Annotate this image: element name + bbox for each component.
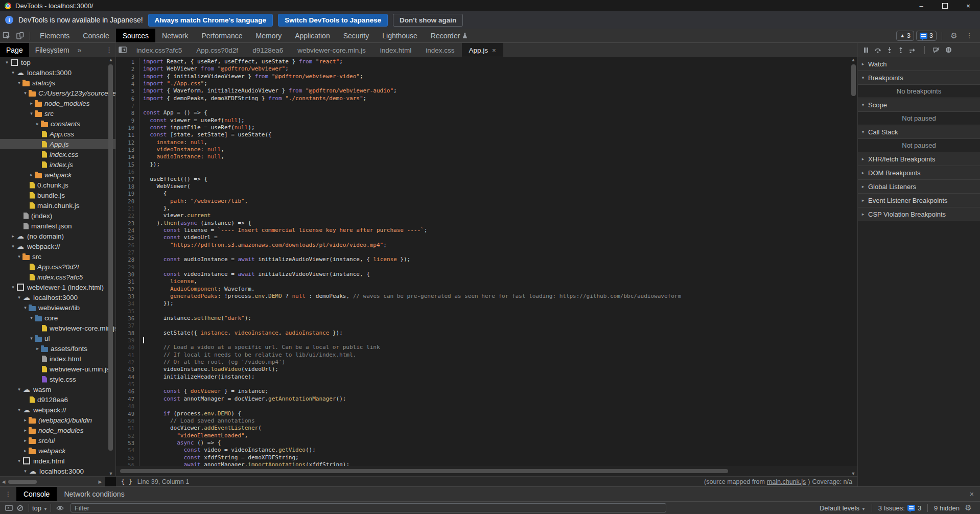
pause-on-exceptions-icon[interactable] xyxy=(945,46,952,53)
code-line[interactable]: 22 viewer.current xyxy=(116,212,857,219)
line-number[interactable]: 9 xyxy=(116,117,139,124)
line-number[interactable]: 54 xyxy=(116,447,139,454)
line-number[interactable]: 53 xyxy=(116,439,139,447)
line-number[interactable]: 39 xyxy=(116,337,139,344)
line-number[interactable]: 49 xyxy=(116,410,139,417)
tree-item-src-ui[interactable]: ▸src/ui xyxy=(0,435,115,446)
expanded-arrow-icon[interactable]: ▾ xyxy=(22,469,29,474)
line-number[interactable]: 16 xyxy=(116,168,139,175)
code-line[interactable]: 26 "https://pdftron.s3.amazonaws.com/dow… xyxy=(116,242,857,249)
code-line[interactable]: 55 const xfdfString = demoXFDFString; xyxy=(116,454,857,461)
code-line[interactable]: 31 license, xyxy=(116,278,857,285)
code-line[interactable]: 52 "videoElementLoaded", xyxy=(116,432,857,439)
file-tab-webviewer-core-min-js[interactable]: webviewer-core.min.js xyxy=(290,43,373,57)
file-tab-index-css[interactable]: index.css xyxy=(418,43,461,57)
line-number[interactable]: 5 xyxy=(116,87,139,95)
expanded-arrow-icon[interactable]: ▾ xyxy=(16,387,22,392)
line-number[interactable]: 41 xyxy=(116,352,139,359)
code-line[interactable]: 30 const videoInstance = await initializ… xyxy=(116,271,857,278)
dont-show-again-button[interactable]: Don't show again xyxy=(393,14,463,27)
tree-item-webviewer-core-min-js[interactable]: webviewer-core.min.js xyxy=(0,323,115,333)
warnings-badge[interactable]: ▲3 xyxy=(896,31,914,41)
code-line[interactable]: 24 const license = `---- Insert commerci… xyxy=(116,227,857,234)
line-number[interactable]: 13 xyxy=(116,146,139,153)
line-number[interactable]: 23 xyxy=(116,220,139,227)
navigator-vertical-scrollbar[interactable]: ▲ ▼ xyxy=(107,57,115,476)
line-number[interactable]: 17 xyxy=(116,176,139,183)
file-tab-app-js[interactable]: App.js× xyxy=(462,43,503,57)
code-line[interactable]: 39 xyxy=(116,337,857,344)
line-number[interactable]: 40 xyxy=(116,344,139,351)
line-number[interactable]: 21 xyxy=(116,205,139,212)
line-number[interactable]: 18 xyxy=(116,183,139,190)
tab-elements[interactable]: Elements xyxy=(33,29,76,42)
code-line[interactable]: 53 async () => { xyxy=(116,439,857,447)
tree-item-node-modules[interactable]: ▸node_modules xyxy=(0,425,115,435)
step-out-icon[interactable] xyxy=(898,47,904,53)
tree-item-constants[interactable]: ▸constants xyxy=(0,119,115,129)
tree-item-webpack[interactable]: ▾☁webpack:// xyxy=(0,241,115,251)
tree-item-top[interactable]: ▾top xyxy=(0,57,115,67)
live-expression-eye-icon[interactable] xyxy=(54,503,65,513)
log-levels-selector[interactable]: Default levels▼ xyxy=(820,504,866,512)
scrollbar-thumb[interactable] xyxy=(851,64,856,96)
line-number[interactable]: 34 xyxy=(116,300,139,307)
tree-item-style-css[interactable]: style.css xyxy=(0,374,115,384)
code-line[interactable]: 11 const [state, setState] = useState({ xyxy=(116,131,857,138)
switch-japanese-button[interactable]: Switch DevTools to Japanese xyxy=(278,14,388,27)
line-number[interactable]: 30 xyxy=(116,271,139,278)
scroll-right-icon[interactable]: ▶ xyxy=(97,479,104,484)
console-settings-gear-icon[interactable]: ⚙ xyxy=(963,503,974,513)
expanded-arrow-icon[interactable]: ▾ xyxy=(16,254,22,259)
expanded-arrow-icon[interactable]: ▾ xyxy=(16,407,22,412)
editor-horizontal-scrollbar[interactable] xyxy=(116,466,857,476)
tree-item-localhost-3000[interactable]: ▾☁localhost:3000 xyxy=(0,466,115,476)
section-watch[interactable]: ▸Watch xyxy=(858,57,980,71)
code-line[interactable]: 44 initializeHeader(instance); xyxy=(116,373,857,381)
line-number[interactable]: 1 xyxy=(116,58,139,65)
line-number[interactable]: 6 xyxy=(116,95,139,102)
expanded-arrow-icon[interactable]: ▾ xyxy=(28,315,35,320)
code-line[interactable]: 18 WebViewer( xyxy=(116,183,857,190)
code-line[interactable]: 45 xyxy=(116,381,857,388)
deactivate-breakpoints-icon[interactable] xyxy=(933,47,940,53)
line-number[interactable]: 28 xyxy=(116,256,139,263)
line-number[interactable]: 35 xyxy=(116,308,139,315)
tree-item-app-js[interactable]: App.js xyxy=(0,139,115,149)
collapsed-arrow-icon[interactable]: ▸ xyxy=(28,172,35,177)
tree-item-index-html[interactable]: index.html xyxy=(0,354,115,364)
code-line[interactable]: 6import { demoPeaks, demoXFDFString } fr… xyxy=(116,95,857,102)
expanded-arrow-icon[interactable]: ▾ xyxy=(10,244,16,249)
step-icon[interactable] xyxy=(909,47,916,53)
tree-item-static-js[interactable]: ▾static/js xyxy=(0,78,115,88)
tab-recorder[interactable]: Recorder xyxy=(424,29,474,42)
code-line[interactable]: 13 videoInstance: null, xyxy=(116,146,857,153)
section-event-listener-breakpoints[interactable]: ▸Event Listener Breakpoints xyxy=(858,194,980,207)
drawer-tab-console[interactable]: Console xyxy=(16,487,57,501)
device-toolbar-icon[interactable] xyxy=(13,30,27,42)
line-number[interactable]: 24 xyxy=(116,227,139,234)
section-xhr-fetch-breakpoints[interactable]: ▸XHR/fetch Breakpoints xyxy=(858,152,980,166)
code-line[interactable]: 16 xyxy=(116,168,857,175)
hide-navigator-icon[interactable] xyxy=(116,44,129,56)
line-number[interactable]: 27 xyxy=(116,249,139,256)
issues-counter[interactable]: 3 Issues:3 xyxy=(878,504,921,512)
tree-item-core[interactable]: ▾core xyxy=(0,313,115,323)
tab-security[interactable]: Security xyxy=(337,29,376,42)
code-line[interactable]: 41 // If local it needs to be relative t… xyxy=(116,352,857,359)
section-breakpoints[interactable]: ▾Breakpoints xyxy=(858,71,980,85)
code-line[interactable]: 54 const video = videoInstance.getVideo(… xyxy=(116,447,857,454)
file-tab-index-css-afc5[interactable]: index.css?afc5 xyxy=(129,43,189,57)
more-tabs-icon[interactable]: » xyxy=(76,46,84,54)
scroll-up-icon[interactable]: ▲ xyxy=(849,57,857,62)
line-number[interactable]: 29 xyxy=(116,264,139,271)
tab-application[interactable]: Application xyxy=(288,29,337,42)
tab-memory[interactable]: Memory xyxy=(249,29,289,42)
code-line[interactable]: 5import { Waveform, initializeAudioViewe… xyxy=(116,87,857,95)
file-tab-app-css-0d2f[interactable]: App.css?0d2f xyxy=(189,43,245,57)
line-number[interactable]: 38 xyxy=(116,330,139,337)
code-line[interactable]: 12 instance: null, xyxy=(116,139,857,146)
tree-item-webviewer-1-index-html[interactable]: ▾webviewer-1 (index.html) xyxy=(0,282,115,292)
pretty-print-icon[interactable]: { } xyxy=(116,478,137,485)
line-number[interactable]: 55 xyxy=(116,454,139,461)
